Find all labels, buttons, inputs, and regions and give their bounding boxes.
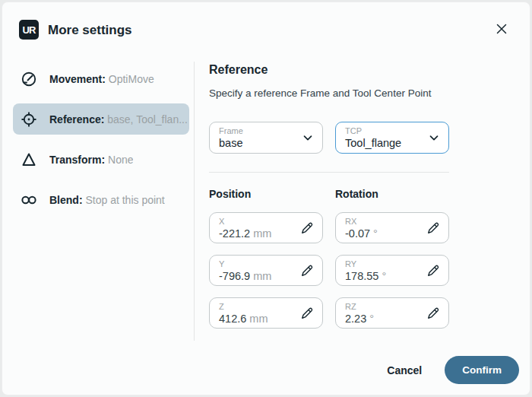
sidebar-item-value: OptiMove bbox=[109, 73, 154, 85]
tcp-dropdown-label: TCP bbox=[345, 125, 426, 136]
edit-pencil-icon[interactable] bbox=[299, 305, 315, 322]
panel-subtitle: Specify a reference Frame and Tool Cente… bbox=[209, 87, 449, 99]
field-label: X bbox=[219, 216, 296, 227]
edit-pencil-icon[interactable] bbox=[425, 220, 442, 237]
more-settings-dialog: UR More settings Movement: OptiMove bbox=[2, 2, 530, 395]
edit-pencil-icon[interactable] bbox=[299, 220, 315, 237]
chevron-down-icon bbox=[427, 131, 441, 145]
field-unit: mm bbox=[249, 313, 268, 325]
field-value: 412.6 bbox=[219, 313, 246, 325]
sidebar-divider bbox=[194, 62, 195, 341]
field-line: 2.23 ° bbox=[345, 312, 423, 326]
field-value: 2.23 bbox=[345, 313, 366, 325]
sidebar-item-label: Blend: bbox=[49, 194, 83, 206]
field-label: RZ bbox=[345, 301, 423, 312]
dialog-header: UR More settings bbox=[2, 2, 530, 51]
position-x-field[interactable]: X -221.2 mm bbox=[209, 212, 323, 243]
field-value: -221.2 bbox=[219, 227, 250, 240]
sidebar-item-reference[interactable]: Reference: base, Tool_flan... bbox=[13, 103, 189, 135]
field-unit: ° bbox=[382, 270, 386, 282]
target-icon bbox=[19, 110, 39, 129]
rotation-ry-field[interactable]: RY 178.55 ° bbox=[335, 255, 449, 286]
frame-dropdown-label: Frame bbox=[219, 125, 299, 136]
rotation-rx-field[interactable]: RX -0.07 ° bbox=[335, 212, 449, 243]
field-value: -0.07 bbox=[345, 227, 370, 240]
triangle-icon bbox=[19, 150, 39, 170]
sidebar-item-blend[interactable]: Blend: Stop at this point bbox=[13, 184, 189, 215]
field-unit: mm bbox=[253, 227, 271, 240]
gauge-icon bbox=[19, 69, 39, 89]
sidebar-item-text: Blend: Stop at this point bbox=[49, 194, 165, 206]
sidebar-item-text: Movement: OptiMove bbox=[49, 73, 154, 85]
reference-panel: Reference Specify a reference Frame and … bbox=[209, 63, 449, 340]
chevron-down-icon bbox=[301, 131, 315, 145]
edit-pencil-icon[interactable] bbox=[425, 262, 442, 279]
field-label: Y bbox=[219, 259, 296, 269]
field-label: RX bbox=[345, 216, 423, 227]
reference-dropdowns: Frame base TCP Tool_flange bbox=[209, 122, 449, 154]
edit-pencil-icon[interactable] bbox=[425, 305, 442, 322]
field-unit: ° bbox=[373, 227, 378, 240]
edit-pencil-icon[interactable] bbox=[299, 262, 315, 279]
panel-title: Reference bbox=[209, 63, 449, 77]
ur-logo-icon: UR bbox=[19, 20, 39, 40]
cancel-button[interactable]: Cancel bbox=[385, 358, 423, 383]
field-value: -796.9 bbox=[219, 270, 250, 282]
settings-sidebar: Movement: OptiMove Reference: base, Tool… bbox=[13, 63, 189, 224]
sidebar-item-label: Transform: bbox=[49, 154, 105, 166]
tcp-dropdown[interactable]: TCP Tool_flange bbox=[335, 122, 449, 154]
sidebar-item-value: Stop at this point bbox=[85, 194, 164, 206]
sidebar-item-label: Reference: bbox=[49, 113, 104, 125]
position-y-field[interactable]: Y -796.9 mm bbox=[209, 255, 323, 286]
field-value: 178.55 bbox=[345, 270, 378, 282]
close-icon bbox=[493, 21, 510, 37]
dialog-footer: Cancel Confirm bbox=[385, 356, 519, 384]
field-unit: mm bbox=[253, 270, 271, 282]
sidebar-item-text: Transform: None bbox=[49, 154, 133, 166]
field-line: -221.2 mm bbox=[219, 227, 296, 240]
field-unit: ° bbox=[369, 313, 374, 325]
position-header: Position bbox=[209, 188, 323, 200]
sidebar-item-movement[interactable]: Movement: OptiMove bbox=[13, 63, 189, 94]
field-line: -0.07 ° bbox=[345, 227, 423, 240]
field-label: RY bbox=[345, 259, 423, 269]
rotation-header: Rotation bbox=[335, 188, 449, 200]
sidebar-item-value: base, Tool_flan... bbox=[107, 113, 188, 125]
close-button[interactable] bbox=[492, 19, 511, 39]
dialog-title: More settings bbox=[48, 23, 132, 38]
sidebar-item-label: Movement: bbox=[49, 73, 106, 85]
field-line: 412.6 mm bbox=[219, 312, 296, 326]
section-divider bbox=[209, 172, 449, 173]
field-label: Z bbox=[219, 301, 296, 312]
rotation-rz-field[interactable]: RZ 2.23 ° bbox=[335, 297, 449, 329]
sidebar-item-value: None bbox=[108, 154, 133, 166]
rotation-column: Rotation RX -0.07 ° RY 178.55 ° bbox=[335, 188, 449, 340]
field-line: 178.55 ° bbox=[345, 269, 423, 283]
sidebar-item-transform[interactable]: Transform: None bbox=[13, 144, 189, 175]
tcp-dropdown-value: Tool_flange bbox=[345, 136, 426, 150]
frame-dropdown-value: base bbox=[219, 136, 299, 150]
confirm-button[interactable]: Confirm bbox=[445, 356, 519, 384]
frame-dropdown[interactable]: Frame base bbox=[209, 122, 323, 154]
field-line: -796.9 mm bbox=[219, 269, 296, 283]
position-z-field[interactable]: Z 412.6 mm bbox=[209, 297, 323, 329]
position-column: Position X -221.2 mm Y -796.9 mm bbox=[209, 188, 323, 340]
infinity-icon bbox=[19, 190, 39, 210]
sidebar-item-text: Reference: base, Tool_flan... bbox=[49, 113, 188, 125]
pose-columns: Position X -221.2 mm Y -796.9 mm bbox=[209, 188, 449, 340]
